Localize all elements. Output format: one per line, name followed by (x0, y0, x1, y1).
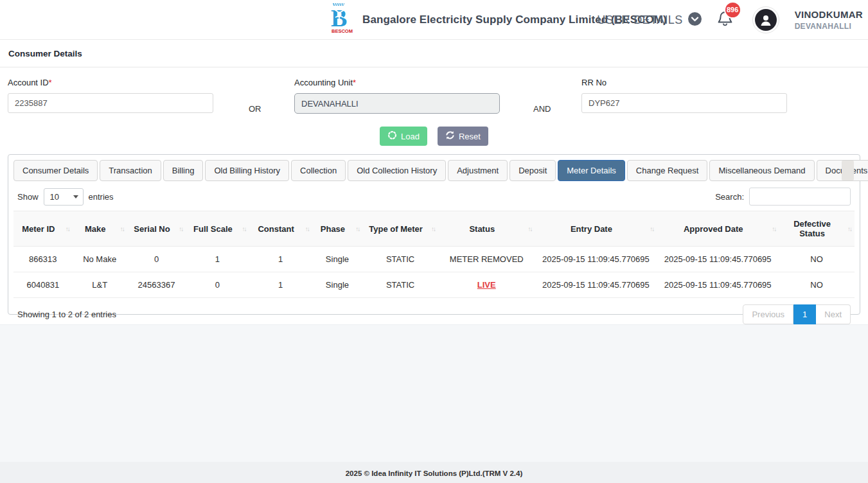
svg-text:BESCOM: BESCOM (332, 28, 353, 34)
cell-full-scale: 0 (186, 272, 249, 298)
column-header-meter-id[interactable]: Meter ID↑↓ (13, 211, 73, 247)
rr-no-group: RR No (581, 78, 787, 113)
load-button[interactable]: Load (380, 127, 427, 146)
tab-collection[interactable]: Collection (291, 160, 346, 181)
user-details-label: USER DETAILS (597, 13, 683, 27)
required-asterisk: * (353, 78, 356, 87)
sort-icon: ↑↓ (179, 225, 182, 233)
cell-phase: Single (312, 272, 363, 298)
cell-full-scale: 1 (186, 247, 249, 272)
column-header-make[interactable]: Make↑↓ (73, 211, 127, 247)
cell-status: LIVE (438, 272, 535, 298)
search-control: Search: (715, 188, 851, 206)
column-label: Meter ID (22, 224, 55, 234)
entries-label: entries (89, 192, 114, 202)
cell-meter-id: 866313 (13, 247, 73, 272)
accounting-unit-select[interactable]: DEVANAHALLI (294, 93, 500, 114)
column-header-full-scale[interactable]: Full Scale↑↓ (186, 211, 249, 247)
or-separator: OR (249, 104, 261, 114)
column-label: Constant (258, 224, 294, 234)
column-header-phase[interactable]: Phase↑↓ (312, 211, 363, 247)
cell-make: L&T (73, 272, 127, 298)
cell-constant: 1 (249, 272, 312, 298)
column-label: Full Scale (193, 224, 233, 234)
user-identity: VINODKUMAR DEVANAHALLI (795, 9, 865, 31)
tab-deposit[interactable]: Deposit (509, 160, 556, 181)
column-label: Status (469, 224, 495, 234)
table-search-input[interactable] (749, 188, 851, 206)
spinner-icon (387, 130, 397, 142)
cell-defective-status: NO (779, 247, 855, 272)
cell-serial-no: 0 (127, 247, 186, 272)
tab-billing[interactable]: Billing (163, 160, 204, 181)
account-id-field[interactable] (8, 93, 213, 113)
column-header-serial-no[interactable]: Serial No↑↓ (127, 211, 186, 247)
table-row: 866313No Make011SingleSTATICMETER REMOVE… (13, 247, 855, 272)
footer: 2025 © Idea Infinity IT Solutions (P)Ltd… (0, 462, 868, 483)
page-size-select[interactable]: 10 (44, 188, 84, 206)
column-label: Defective Status (793, 219, 831, 238)
table-body: 866313No Make011SingleSTATICMETER REMOVE… (13, 247, 855, 298)
cell-status: METER REMOVED (438, 247, 535, 272)
status-live-link[interactable]: LIVE (477, 280, 496, 290)
sort-icon: ↑↓ (355, 225, 359, 233)
notifications-button[interactable]: 896 (717, 10, 733, 30)
header-user-zone: USER DETAILS 896 (597, 0, 865, 40)
account-id-group: Account ID* (8, 78, 213, 113)
cell-constant: 1 (249, 247, 312, 272)
user-details-menu[interactable]: USER DETAILS (597, 12, 702, 28)
tab-adjustment[interactable]: Adjustment (448, 160, 508, 181)
show-label: Show (17, 192, 39, 202)
cell-entry-date: 2025-09-15 11:09:45.770695 (535, 247, 657, 272)
column-header-constant[interactable]: Constant↑↓ (249, 211, 312, 247)
user-name: VINODKUMAR (795, 9, 863, 20)
user-avatar[interactable] (752, 6, 779, 33)
sort-icon: ↑↓ (650, 225, 653, 233)
rr-no-field[interactable] (581, 93, 787, 113)
page-size-select-wrap: 10 (44, 188, 84, 206)
table-header-row: Meter ID↑↓Make↑↓Serial No↑↓Full Scale↑↓C… (13, 211, 855, 247)
column-header-defective-status[interactable]: Defective Status↑↓ (779, 211, 855, 247)
next-page-button[interactable]: Next (816, 304, 851, 324)
cell-meter-id: 6040831 (13, 272, 73, 298)
and-separator: AND (533, 104, 551, 114)
entries-summary: Showing 1 to 2 of 2 entries (17, 310, 116, 319)
refresh-icon (445, 130, 455, 142)
tab-change-request[interactable]: Change Request (627, 160, 708, 181)
column-header-approved-date[interactable]: Approved Date↑↓ (657, 211, 779, 247)
tab-strip: Consumer DetailsTransactionBillingOld Bi… (13, 160, 855, 181)
page-1-button[interactable]: 1 (793, 304, 816, 324)
user-division: DEVANAHALLI (795, 22, 863, 31)
required-asterisk: * (49, 78, 52, 87)
tab-strip-scrollbar[interactable] (842, 161, 854, 180)
column-header-entry-date[interactable]: Entry Date↑↓ (535, 211, 657, 247)
tab-miscellaneous-demand[interactable]: Miscellaneous Demand (709, 160, 814, 181)
accounting-unit-label: Accounting Unit* (294, 78, 500, 87)
account-id-label: Account ID* (8, 78, 213, 87)
column-label: Approved Date (684, 224, 743, 234)
column-header-status[interactable]: Status↑↓ (438, 211, 535, 247)
cell-type-of-meter: STATIC (362, 247, 438, 272)
bell-icon (717, 19, 733, 30)
sort-icon: ↑↓ (431, 225, 435, 233)
column-label: Serial No (134, 224, 170, 234)
person-icon (755, 9, 777, 31)
column-header-type-of-meter[interactable]: Type of Meter↑↓ (362, 211, 438, 247)
reset-button[interactable]: Reset (438, 127, 488, 146)
column-label: Make (85, 224, 106, 234)
table-head: Meter ID↑↓Make↑↓Serial No↑↓Full Scale↑↓C… (13, 211, 855, 247)
chevron-down-circle-icon (688, 12, 702, 28)
sort-icon: ↑↓ (120, 225, 124, 233)
tab-old-collection-history[interactable]: Old Collection History (348, 160, 446, 181)
tab-meter-details[interactable]: Meter Details (558, 160, 625, 181)
content-background: 2025 © Idea Infinity IT Solutions (P)Ltd… (0, 324, 868, 483)
previous-page-button[interactable]: Previous (743, 304, 793, 324)
sort-icon: ↑↓ (305, 225, 309, 233)
bescom-logo-icon: B BESCOM (330, 3, 355, 37)
tab-old-billing-history[interactable]: Old Billing History (205, 160, 289, 181)
tab-consumer-details[interactable]: Consumer Details (13, 160, 98, 181)
cell-defective-status: NO (779, 272, 855, 298)
cell-type-of-meter: STATIC (362, 272, 438, 298)
tab-transaction[interactable]: Transaction (100, 160, 161, 181)
cell-phase: Single (312, 247, 363, 272)
